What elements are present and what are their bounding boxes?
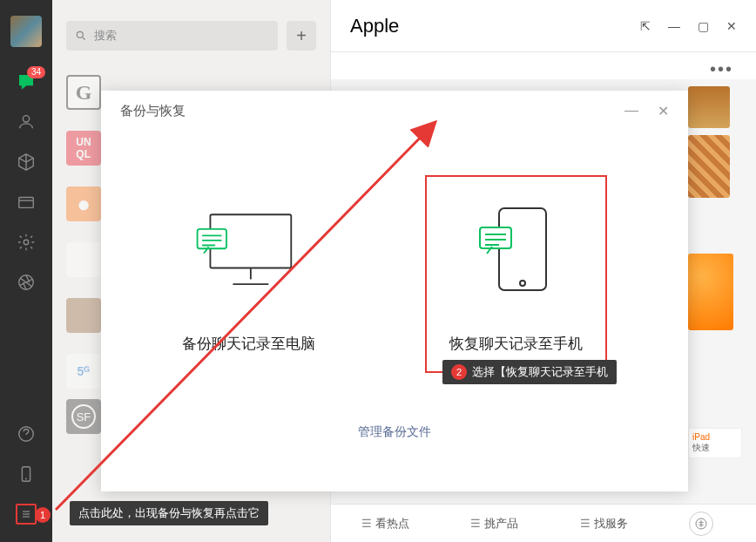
page-title: Apple (350, 15, 399, 37)
titlebar: Apple ⇱ — ▢ ✕ (331, 0, 756, 52)
dialog-title: 备份与恢复 (120, 103, 186, 119)
svg-rect-1 (19, 198, 34, 208)
dialog-close-icon[interactable]: ✕ (658, 103, 669, 119)
ime-button[interactable] (689, 512, 713, 536)
window-controls: ⇱ — ▢ ✕ (640, 19, 737, 33)
dialog-minimize-icon[interactable]: — (624, 103, 638, 119)
aperture-icon[interactable] (16, 272, 37, 293)
svg-point-2 (24, 240, 29, 245)
bottom-nav: ☰看热点 ☰挑产品 ☰找服务 (331, 504, 756, 542)
close-icon[interactable]: ✕ (726, 19, 737, 33)
phone-icon[interactable] (16, 464, 37, 484)
add-button[interactable]: + (287, 21, 316, 51)
backup-to-pc-option[interactable]: 备份聊天记录至电脑 (182, 194, 315, 354)
thumbnail-2[interactable] (688, 135, 730, 198)
svg-point-11 (520, 281, 525, 286)
search-input[interactable]: 搜索 (66, 21, 278, 51)
restore-label: 恢复聊天记录至手机 (449, 334, 583, 354)
monitor-icon (192, 194, 306, 308)
backup-label: 备份聊天记录至电脑 (182, 334, 315, 354)
thumbnail-3[interactable] (688, 254, 733, 330)
svg-point-6 (77, 31, 83, 37)
annotation-step2: 2选择【恢复聊天记录至手机 (442, 360, 617, 384)
phone-restore-icon (460, 194, 573, 308)
mini-program-icon[interactable] (16, 423, 37, 444)
annotation-step1: 点击此处，出现备份与恢复再点击它 (70, 501, 268, 525)
user-avatar[interactable] (10, 16, 42, 47)
nav-product[interactable]: ☰挑产品 (470, 516, 518, 532)
ipad-promo[interactable]: iPad 快速 (688, 428, 742, 458)
menu-icon[interactable]: 1 (16, 504, 37, 525)
annotation-step1-badge: 1 (35, 507, 51, 523)
manage-backup-link[interactable]: 管理备份文件 (358, 424, 431, 438)
more-icon[interactable]: ••• (710, 59, 733, 79)
nav-hot[interactable]: ☰看热点 (361, 516, 409, 532)
maximize-icon[interactable]: ▢ (698, 19, 709, 33)
backup-restore-dialog: 备份与恢复 — ✕ 备份聊天记录至电脑 (101, 91, 688, 491)
search-placeholder: 搜索 (94, 28, 117, 44)
chat-icon[interactable]: 34 (16, 71, 37, 92)
contacts-icon[interactable] (16, 112, 37, 132)
restore-to-phone-option[interactable]: 恢复聊天记录至手机 (425, 175, 607, 373)
settings-icon[interactable] (16, 232, 37, 253)
thumbnail-1[interactable] (688, 86, 730, 128)
left-sidebar: 34 1 (0, 0, 52, 542)
chat-badge: 34 (27, 66, 45, 78)
nav-service[interactable]: ☰找服务 (580, 516, 628, 532)
svg-point-0 (23, 116, 29, 122)
cube-icon[interactable] (16, 152, 37, 173)
pin-icon[interactable]: ⇱ (640, 19, 651, 33)
minimize-icon[interactable]: — (668, 19, 680, 33)
folder-icon[interactable] (16, 192, 37, 213)
